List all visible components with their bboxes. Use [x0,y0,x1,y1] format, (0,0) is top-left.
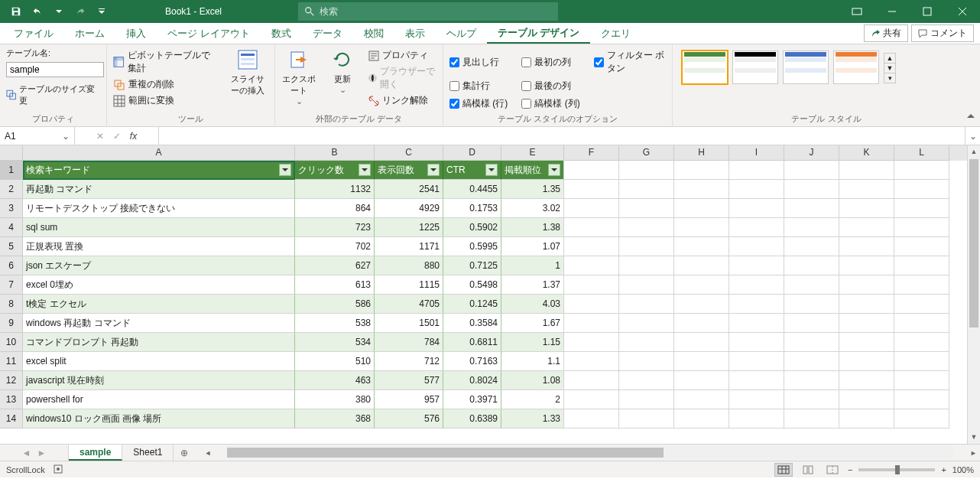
hscroll-thumb[interactable] [227,448,663,458]
cell[interactable]: 1225 [375,218,443,237]
cell[interactable] [894,409,949,428]
col-header[interactable]: D [443,145,501,161]
cell[interactable]: 1171 [375,237,443,256]
cell[interactable] [729,161,784,180]
cell[interactable]: 576 [375,409,443,428]
cell[interactable] [784,390,839,409]
cell[interactable] [729,333,784,352]
cell[interactable] [674,390,729,409]
cell[interactable] [619,161,674,180]
cell[interactable] [729,409,784,428]
tab-insert[interactable]: 挿入 [115,23,157,44]
hscroll-right-icon[interactable]: ► [967,449,980,457]
total-row-checkbox[interactable]: 集計行 [449,80,508,93]
cell[interactable]: 534 [295,333,375,352]
cell[interactable]: powershell for [23,390,295,409]
cell[interactable] [894,275,949,295]
cell[interactable]: 463 [295,371,375,390]
cell[interactable] [894,199,949,218]
tab-data[interactable]: データ [302,23,353,44]
cell[interactable] [839,371,894,390]
col-header[interactable]: B [295,145,375,161]
cell[interactable] [784,333,839,352]
row-header[interactable]: 2 [0,180,23,199]
ribbon-display-button[interactable] [839,0,875,23]
cell[interactable] [839,295,894,314]
horizontal-scrollbar[interactable] [227,446,954,459]
chevron-down-icon[interactable]: ⌄ [62,131,70,142]
scroll-thumb[interactable] [969,159,978,327]
tab-review[interactable]: 校閲 [353,23,394,44]
sheet-prev-icon[interactable]: ◄ [22,448,31,458]
cell[interactable] [674,237,729,256]
row-header[interactable]: 12 [0,371,23,390]
vertical-scrollbar[interactable]: ▲ ▼ [967,145,980,444]
cell[interactable]: リモートデスクトップ 接続できない [23,199,295,218]
cell[interactable] [619,199,674,218]
style-more[interactable]: ▾ [884,73,896,83]
hscroll-left-icon[interactable]: ◄ [201,449,214,457]
style-black[interactable] [732,51,778,84]
cell[interactable] [894,314,949,333]
tab-home[interactable]: ホーム [64,23,115,44]
cell[interactable] [564,371,619,390]
cell[interactable] [674,275,729,295]
cell[interactable]: 0.1245 [443,295,501,314]
col-header[interactable]: H [674,145,729,161]
cell[interactable]: 586 [295,295,375,314]
cell[interactable] [729,352,784,371]
cell[interactable] [564,256,619,275]
col-header[interactable]: E [501,145,564,161]
row-header[interactable]: 8 [0,295,23,314]
col-header[interactable]: I [729,145,784,161]
cell[interactable]: 0.5995 [443,237,501,256]
export-button[interactable]: エクスポート⌄ [281,47,317,106]
tab-query[interactable]: クエリ [590,23,641,44]
cell[interactable] [619,256,674,275]
cell[interactable] [729,199,784,218]
resize-table-button[interactable]: テーブルのサイズ変更 [6,83,100,106]
tab-file[interactable]: ファイル [3,23,64,44]
cell[interactable] [619,371,674,390]
cell[interactable]: 723 [295,218,375,237]
cell[interactable] [729,256,784,275]
cell[interactable] [894,237,949,256]
cell[interactable] [619,275,674,295]
cell[interactable] [564,199,619,218]
tab-formulas[interactable]: 数式 [261,23,302,44]
header-row-checkbox[interactable]: 見出し行 [449,49,508,75]
row-header[interactable]: 10 [0,333,23,352]
cell[interactable] [619,390,674,409]
cell[interactable] [894,256,949,275]
cell[interactable] [839,218,894,237]
view-page-layout-button[interactable] [799,463,817,477]
cell[interactable]: 784 [375,333,443,352]
cell[interactable]: 0.6389 [443,409,501,428]
cell[interactable]: 4705 [375,295,443,314]
cell[interactable] [784,295,839,314]
cell[interactable] [894,352,949,371]
col-header[interactable]: J [784,145,839,161]
style-scroll-down[interactable]: ▼ [884,63,896,73]
cell[interactable] [564,352,619,371]
cell[interactable]: 0.5498 [443,275,501,295]
share-button[interactable]: 共有 [864,24,908,42]
cell[interactable] [564,333,619,352]
tab-table-design[interactable]: テーブル デザイン [487,23,591,44]
scroll-down-icon[interactable]: ▼ [968,431,980,444]
cell[interactable]: 3.02 [501,199,564,218]
cell[interactable]: 0.4455 [443,180,501,199]
row-header[interactable]: 5 [0,237,23,256]
select-all-corner[interactable] [0,145,23,161]
filter-dropdown-icon[interactable] [427,164,440,176]
cell[interactable] [839,180,894,199]
first-col-checkbox[interactable]: 最初の列 [521,49,579,75]
cell[interactable] [894,180,949,199]
qat-customize-icon[interactable] [92,2,112,21]
cell[interactable]: 1.1 [501,352,564,371]
comments-button[interactable]: コメント [911,24,974,42]
cell[interactable]: 1132 [295,180,375,199]
cell[interactable]: 2 [501,390,564,409]
cell[interactable]: 1.33 [501,409,564,428]
cell[interactable] [674,409,729,428]
